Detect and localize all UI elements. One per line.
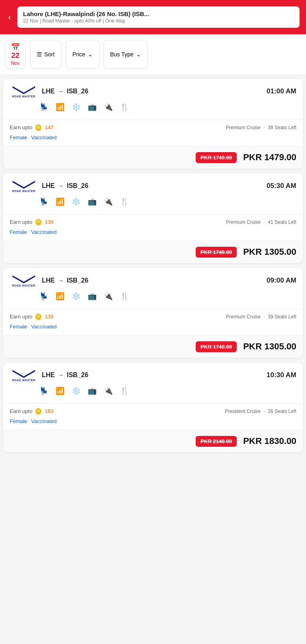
- route-stops-3: LHE → ISB_26: [42, 277, 88, 284]
- divider-1: [3, 120, 303, 120]
- back-button[interactable]: ‹: [6, 10, 12, 24]
- coin-icon-4: 🪙: [35, 408, 42, 415]
- tv-icon-2: 📺: [88, 197, 97, 206]
- ac-icon-3: ❄️: [72, 292, 81, 301]
- bus-card-4[interactable]: ROAD MASTER LHE → ISB_26 10:30 AM 💺 📶 ❄️…: [3, 363, 303, 452]
- svg-marker-0: [12, 86, 35, 94]
- seat-icon-2: 💺: [39, 197, 48, 206]
- bus-card-3[interactable]: RoAd Master LHE → ISB_26 09:00 AM 💺 📶 ❄️…: [3, 268, 303, 358]
- seats-left-3: 39 Seats Left: [268, 314, 296, 320]
- divider-2: [3, 214, 303, 215]
- road-master-logo-1: ROAD MASTER: [10, 85, 38, 98]
- bus-type-1: Premium Cruise: [226, 125, 261, 130]
- sort-filter-button[interactable]: ☰ Sort: [30, 40, 62, 69]
- charging-icon-2: 🔌: [104, 197, 113, 206]
- route-row-1: ROAD MASTER LHE → ISB_26 01:00 AM: [10, 85, 296, 98]
- rm-brand-text: ROAD MASTER: [12, 95, 35, 98]
- food-icon: 🍴: [120, 103, 129, 111]
- logo-area-4: ROAD MASTER: [10, 369, 38, 382]
- vaccinated-tag-4: Vaccinated: [31, 418, 56, 424]
- svg-marker-3: [12, 370, 35, 378]
- earn-section-3: Earn upto 🪙 130: [10, 313, 54, 320]
- card-info-row-4: Earn upto 🪙 183 President Cruise · 26 Se…: [3, 408, 303, 418]
- from-stop-3: LHE: [42, 277, 55, 284]
- bus-type-3: Premium Cruise: [226, 314, 261, 320]
- card-bottom-4[interactable]: PKR 2140.00 PKR 1830.00: [3, 430, 303, 452]
- female-tag-4: Female: [10, 418, 27, 424]
- bus-card-2[interactable]: ROAD MASTER LHE → ISB_26 05:30 AM 💺 📶 ❄️…: [3, 173, 303, 263]
- discounted-price-4: PKR 1830.00: [243, 436, 296, 446]
- departure-time-4: 10:30 AM: [267, 371, 296, 379]
- rm-brand-text-4: ROAD MASTER: [12, 379, 35, 382]
- route-row-2: ROAD MASTER LHE → ISB_26 05:30 AM: [10, 180, 296, 192]
- bus-type-seats-1: Premium Cruise · 38 Seats Left: [226, 125, 296, 130]
- price-chevron-icon: ⌄: [88, 51, 93, 58]
- search-box[interactable]: Lahore (LHE)-Rawalpindi (26 No. ISB) (IS…: [17, 6, 300, 28]
- bus-cards-container: ROAD MASTER LHE → ISB_26 01:00 AM 💺 📶 ❄️…: [0, 75, 306, 456]
- bus-card-1[interactable]: ROAD MASTER LHE → ISB_26 01:00 AM 💺 📶 ❄️…: [3, 79, 303, 169]
- from-stop-1: LHE: [42, 88, 55, 95]
- wifi-icon: 📶: [56, 103, 64, 111]
- card-info-row-2: Earn upto 🪙 130 Premium Cruise · 41 Seat…: [3, 219, 303, 229]
- route-title: Lahore (LHE)-Rawalpindi (26 No. ISB) (IS…: [23, 10, 294, 17]
- price-label: Price: [72, 51, 85, 58]
- date-filter-button[interactable]: 📅 22 Nov: [5, 40, 26, 69]
- charging-icon-3: 🔌: [104, 292, 113, 301]
- amenities-2: 💺 📶 ❄️ 📺 🔌 🍴: [10, 197, 296, 206]
- earn-section-1: Earn upto 🪙 147: [10, 124, 54, 131]
- amenities-4: 💺 📶 ❄️ 📺 🔌 🍴: [10, 386, 296, 395]
- earn-label-4: Earn upto: [10, 408, 32, 414]
- ac-icon-2: ❄️: [72, 197, 81, 206]
- female-tag-1: Female: [10, 134, 27, 140]
- card-top-2: ROAD MASTER LHE → ISB_26 05:30 AM 💺 📶 ❄️…: [3, 173, 303, 210]
- seat-icon-4: 💺: [39, 386, 48, 395]
- original-price-1: PKR 1740.00: [196, 152, 237, 163]
- route-details: 22 Nov | Road Master - upto 40% off | On…: [23, 18, 294, 24]
- divider-3: [3, 309, 303, 309]
- route-row-3: RoAd Master LHE → ISB_26 09:00 AM: [10, 275, 296, 287]
- departure-time-2: 05:30 AM: [267, 182, 296, 190]
- departure-time-3: 09:00 AM: [267, 277, 296, 285]
- card-bottom-2[interactable]: PKR 1740.00 PKR 1305.00: [3, 241, 303, 263]
- vaccinated-tag-3: Vaccinated: [31, 324, 56, 330]
- bus-type-label: Bus Type: [110, 51, 134, 58]
- sort-label: Sort: [44, 51, 55, 58]
- wifi-icon-2: 📶: [56, 197, 64, 206]
- route-stops-1: LHE → ISB_26: [42, 88, 88, 95]
- bus-type-seats-2: Premium Cruise · 41 Seats Left: [226, 219, 296, 225]
- tags-row-2: Female Vaccinated: [3, 229, 303, 241]
- amenities-1: 💺 📶 ❄️ 📺 🔌 🍴: [10, 103, 296, 111]
- road-master-logo-4: ROAD MASTER: [10, 369, 38, 382]
- card-top-4: ROAD MASTER LHE → ISB_26 10:30 AM 💺 📶 ❄️…: [3, 363, 303, 399]
- price-filter-button[interactable]: Price ⌄: [66, 40, 99, 69]
- charging-icon-4: 🔌: [104, 386, 113, 395]
- earn-amount-3: 130: [45, 314, 54, 320]
- route-arrow-2: →: [58, 183, 64, 189]
- card-bottom-3[interactable]: PKR 1740.00 PKR 1305.00: [3, 335, 303, 358]
- earn-label-3: Earn upto: [10, 314, 32, 320]
- ac-icon-4: ❄️: [72, 386, 81, 395]
- card-info-row-3: Earn upto 🪙 130 Premium Cruise · 39 Seat…: [3, 313, 303, 324]
- tv-icon-4: 📺: [88, 386, 97, 395]
- bus-type-filter-button[interactable]: Bus Type ⌄: [103, 40, 148, 69]
- tags-row-1: Female Vaccinated: [3, 134, 303, 146]
- to-stop-2: ISB_26: [67, 182, 88, 190]
- card-top-3: RoAd Master LHE → ISB_26 09:00 AM 💺 📶 ❄️…: [3, 268, 303, 305]
- route-stops-2: LHE → ISB_26: [42, 182, 88, 190]
- food-icon-2: 🍴: [120, 197, 129, 206]
- original-price-2: PKR 1740.00: [196, 247, 237, 258]
- header: ‹ Lahore (LHE)-Rawalpindi (26 No. ISB) (…: [0, 0, 306, 34]
- rm-brand-text-3: RoAd Master: [12, 284, 35, 287]
- route-info-4: ROAD MASTER LHE → ISB_26: [10, 369, 88, 382]
- logo-area-1: ROAD MASTER: [10, 85, 38, 98]
- card-bottom-1[interactable]: PKR 1740.00 PKR 1479.00: [3, 146, 303, 169]
- seat-icon: 💺: [39, 103, 48, 111]
- food-icon-3: 🍴: [120, 292, 129, 301]
- seat-icon-3: 💺: [39, 292, 48, 301]
- from-stop-4: LHE: [42, 372, 55, 379]
- card-info-row-1: Earn upto 🪙 147 Premium Cruise · 38 Seat…: [3, 124, 303, 134]
- bus-type-seats-3: Premium Cruise · 39 Seats Left: [226, 314, 296, 320]
- seats-left-2: 41 Seats Left: [268, 219, 296, 225]
- road-master-logo-3: RoAd Master: [10, 275, 38, 287]
- discounted-price-3: PKR 1305.00: [243, 341, 296, 352]
